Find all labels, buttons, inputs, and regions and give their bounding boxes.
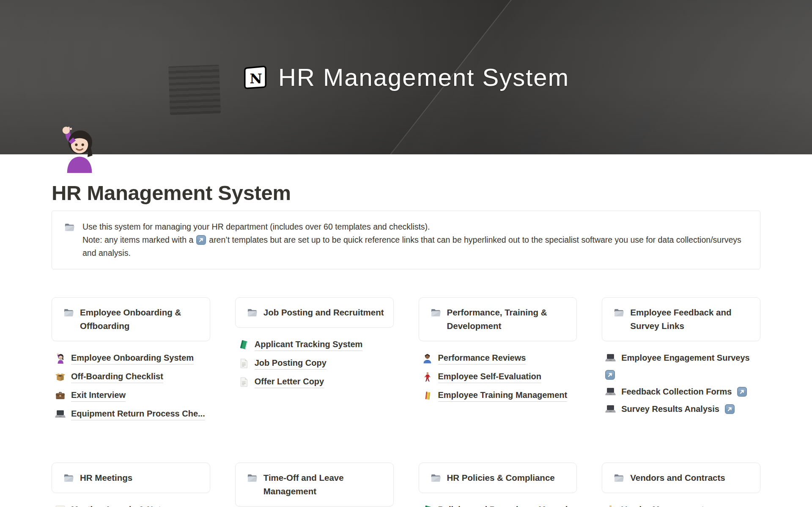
page-link-item[interactable]: Job Posting Copy — [239, 357, 394, 370]
card-title: Job Posting and Recruitment — [263, 306, 384, 319]
laptop-icon — [605, 353, 616, 363]
section-card[interactable]: Vendors and Contracts — [602, 463, 760, 493]
green-book-icon — [239, 340, 249, 350]
section-column: HR Policies & CompliancePolicies and Pro… — [419, 463, 577, 507]
laptop-icon — [605, 386, 616, 397]
page-icon — [239, 377, 249, 387]
card-title: Employee Feedback and Survey Links — [630, 306, 752, 333]
item-label: Applicant Tracking System — [255, 339, 363, 351]
page-link-item[interactable]: Exit Interview — [55, 389, 210, 402]
svg-text:N: N — [250, 70, 262, 86]
woman-raising-hand-page-icon[interactable] — [55, 126, 102, 173]
item-list: Applicant Tracking SystemJob Posting Cop… — [235, 339, 394, 388]
page-content: HR Management System Use this system for… — [52, 154, 760, 507]
section-card[interactable]: HR Policies & Compliance — [419, 463, 577, 493]
up-right-arrow-icon — [605, 370, 615, 380]
section-card[interactable]: Employee Onboarding & Offboarding — [52, 297, 210, 341]
section-card[interactable]: Job Posting and Recruitment — [235, 297, 394, 328]
callout: Use this system for managing your HR dep… — [52, 211, 760, 269]
item-label: Feedback Collection Forms — [621, 386, 732, 397]
cover-branding: N HR Management System — [0, 0, 812, 154]
section-card[interactable]: Performance, Training & Development — [419, 297, 577, 341]
item-label: Offer Letter Copy — [255, 376, 324, 388]
card-title: Vendors and Contracts — [630, 471, 725, 485]
card-title: Employee Onboarding & Offboarding — [80, 306, 202, 333]
open-folder-icon — [613, 472, 625, 484]
page-link-item[interactable]: Performance Reviews — [422, 352, 577, 364]
bar-chart-icon — [55, 505, 66, 507]
page-link-item[interactable]: Feedback Collection Forms — [605, 386, 760, 397]
person-blue-icon — [422, 353, 433, 364]
callout-line-1: Use this system for managing your HR dep… — [82, 220, 748, 233]
item-label: Survey Results Analysis — [621, 403, 719, 414]
item-label: Employee Engagement Surveys — [621, 352, 749, 363]
cover-title: HR Management System — [278, 63, 569, 91]
item-list: Employee Engagement SurveysFeedback Coll… — [602, 352, 760, 414]
woman-raising-hand-icon — [55, 353, 66, 364]
card-title: Time-Off and Leave Management — [263, 471, 386, 498]
open-folder-icon — [64, 222, 75, 233]
item-label: Meeting Agenda & Notes — [71, 504, 170, 507]
item-label: Vendor Management — [621, 504, 704, 507]
callout-text: Use this system for managing your HR dep… — [82, 220, 748, 260]
item-label: Employee Self-Evaluation — [438, 371, 542, 383]
open-folder-icon — [63, 472, 74, 484]
page-link-item[interactable]: Equipment Return Process Che... — [55, 408, 210, 420]
item-label: Employee Training Management — [438, 389, 568, 402]
card-title: HR Meetings — [80, 471, 132, 485]
section-column: Job Posting and RecruitmentApplicant Tra… — [235, 297, 394, 395]
section-column: Time-Off and Leave Management — [235, 463, 394, 507]
sections-row-2: HR MeetingsMeeting Agenda & NotesTime-Of… — [52, 463, 760, 507]
item-label: Off-Boarding Checklist — [71, 371, 163, 383]
item-list: Performance ReviewsEmployee Self-Evaluat… — [419, 352, 577, 402]
section-column: HR MeetingsMeeting Agenda & Notes — [52, 463, 210, 507]
item-label: Exit Interview — [71, 389, 126, 402]
item-label: Policies and Procedures Manual — [438, 504, 568, 507]
item-list: Vendor Management — [602, 504, 760, 507]
yellow-book-icon — [422, 390, 433, 401]
page-link-item[interactable]: Employee Onboarding System — [55, 352, 210, 364]
laptop-icon — [605, 404, 616, 414]
card-title: Performance, Training & Development — [447, 306, 569, 333]
section-card[interactable]: Employee Feedback and Survey Links — [602, 297, 760, 341]
laptop-icon — [55, 409, 66, 419]
page-link-item[interactable]: Employee Self-Evaluation — [422, 371, 577, 383]
open-folder-icon — [247, 472, 258, 484]
section-column: Employee Onboarding & OffboardingEmploye… — [52, 297, 210, 427]
item-label: Employee Onboarding System — [71, 352, 194, 364]
item-label: Job Posting Copy — [255, 357, 326, 370]
page-link-item[interactable]: Applicant Tracking System — [239, 339, 394, 351]
cover-image: N HR Management System — [0, 0, 812, 154]
green-book-icon — [422, 505, 433, 507]
open-folder-icon — [247, 307, 258, 318]
open-folder-icon — [63, 307, 74, 318]
page-link-item[interactable]: Off-Boarding Checklist — [55, 371, 210, 383]
up-right-arrow-icon — [737, 387, 747, 397]
item-list: Policies and Procedures Manual — [419, 504, 577, 507]
callout-note-prefix: Note: any items marked with a — [82, 235, 193, 244]
page-icon — [239, 358, 249, 369]
page-link-item[interactable]: Meeting Agenda & Notes — [55, 504, 210, 507]
page-link-item[interactable]: Vendor Management — [605, 504, 760, 507]
person-green-icon — [605, 505, 616, 507]
open-folder-icon — [430, 472, 442, 484]
section-card[interactable]: HR Meetings — [52, 463, 210, 493]
briefcase-icon — [55, 390, 66, 401]
up-right-arrow-icon — [725, 404, 735, 414]
page-title: HR Management System — [52, 181, 760, 205]
section-card[interactable]: Time-Off and Leave Management — [235, 463, 394, 507]
section-column: Employee Feedback and Survey LinksEmploy… — [602, 297, 760, 421]
up-right-arrow-icon — [196, 235, 206, 245]
open-box-icon — [55, 372, 66, 382]
section-column: Vendors and ContractsVendor Management — [602, 463, 760, 507]
item-label: Performance Reviews — [438, 352, 526, 364]
card-title: HR Policies & Compliance — [447, 471, 555, 485]
page-link-item[interactable]: Employee Engagement Surveys — [605, 352, 760, 380]
page-link-item[interactable]: Employee Training Management — [422, 389, 577, 402]
person-red-icon — [422, 372, 433, 382]
page-link-item[interactable]: Offer Letter Copy — [239, 376, 394, 388]
page-link-item[interactable]: Survey Results Analysis — [605, 403, 760, 414]
open-folder-icon — [613, 307, 625, 318]
callout-note: Note: any items marked with aaren’t temp… — [82, 233, 748, 260]
page-link-item[interactable]: Policies and Procedures Manual — [422, 504, 577, 507]
